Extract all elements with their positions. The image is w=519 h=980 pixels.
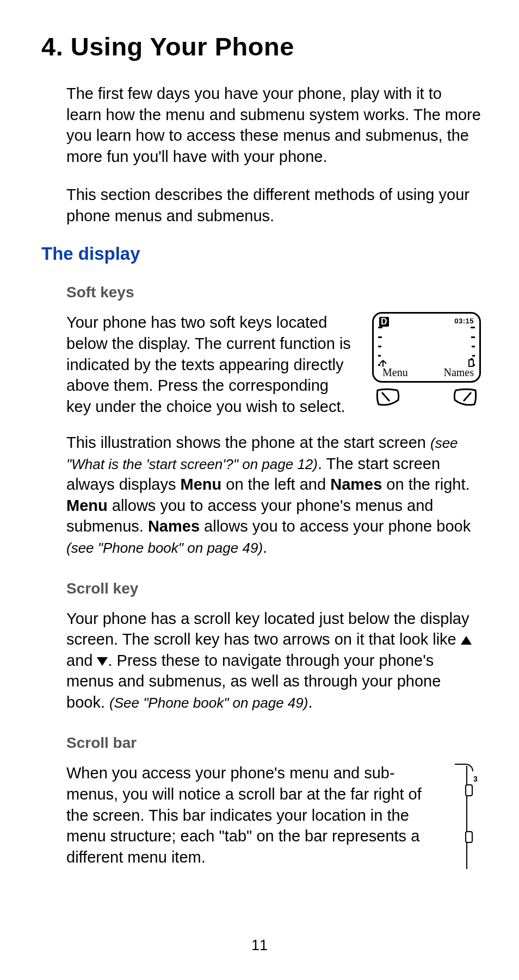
- svg-line-4: [464, 392, 471, 401]
- phone-screen-illustration: D 03:15 Menu Names: [372, 312, 481, 407]
- softkeys-paragraph-2: This illustration shows the phone at the…: [66, 432, 481, 558]
- arrow-up-icon: [461, 636, 472, 645]
- intro-paragraph-1: The first few days you have your phone, …: [66, 83, 481, 167]
- clock-label: 03:15: [454, 317, 474, 325]
- scrollbar-tab-icon: [465, 784, 473, 796]
- svg-line-3: [382, 392, 390, 401]
- battery-icon: [468, 359, 474, 367]
- bold-menu-2: Menu: [66, 497, 108, 514]
- softkey-buttons-row: [372, 388, 481, 407]
- phone-status-bar: D 03:15: [379, 317, 474, 327]
- scrollbar-paragraph: When you access your phone's menu and su…: [66, 763, 437, 869]
- text-run: Your phone has a scroll key located just…: [66, 610, 469, 648]
- text-run: allows you to access your phone book: [200, 517, 471, 535]
- bold-names-2: Names: [148, 517, 200, 535]
- text-run: .: [263, 539, 267, 556]
- bold-names: Names: [330, 476, 382, 493]
- text-run: and: [66, 652, 97, 669]
- left-softkey-icon: [375, 388, 400, 407]
- subheading-soft-keys: Soft keys: [66, 284, 481, 301]
- scrollbar-track-icon: [466, 766, 467, 869]
- phone-screen-box: D 03:15 Menu Names: [372, 312, 481, 383]
- bold-menu: Menu: [181, 476, 222, 493]
- text-run: .: [308, 694, 312, 711]
- cross-reference: (See "Phone book" on page 49): [109, 695, 308, 711]
- right-softkey-label: Names: [443, 366, 474, 379]
- page-number: 11: [0, 937, 519, 954]
- arrow-down-icon: [97, 657, 108, 666]
- scrollbar-illustration: 3: [450, 766, 481, 869]
- subheading-scroll-bar: Scroll bar: [66, 734, 481, 752]
- intro-block: The first few days you have your phone, …: [66, 83, 481, 226]
- softkey-labels-row: Menu Names: [382, 366, 474, 379]
- cross-reference: (see "Phone book" on page 49): [66, 540, 263, 556]
- right-softkey-icon: [453, 388, 478, 407]
- intro-paragraph-2: This section describes the different met…: [66, 184, 481, 226]
- scrollbar-tab-icon: [465, 831, 473, 843]
- text-run: on the right.: [382, 476, 469, 493]
- text-run: on the left and: [221, 476, 330, 493]
- chapter-title: 4. Using Your Phone: [41, 32, 481, 61]
- softkeys-paragraph-1: Your phone has two soft keys located bel…: [66, 312, 356, 417]
- left-softkey-label: Menu: [382, 366, 408, 379]
- scrollbar-row: When you access your phone's menu and su…: [66, 763, 481, 869]
- scrollbar-top-curve-icon: [455, 764, 473, 771]
- page: 4. Using Your Phone The first few days y…: [0, 0, 519, 980]
- service-indicator-icon: D: [379, 317, 389, 327]
- softkeys-row: Your phone has two soft keys located bel…: [66, 312, 481, 417]
- scrollkey-paragraph: Your phone has a scroll key located just…: [66, 608, 481, 713]
- subheading-scroll-key: Scroll key: [66, 580, 481, 597]
- text-run: This illustration shows the phone at the…: [66, 434, 430, 451]
- section-heading-display: The display: [41, 244, 481, 264]
- antenna-icon: [379, 359, 387, 367]
- scrollbar-index-label: 3: [473, 775, 478, 783]
